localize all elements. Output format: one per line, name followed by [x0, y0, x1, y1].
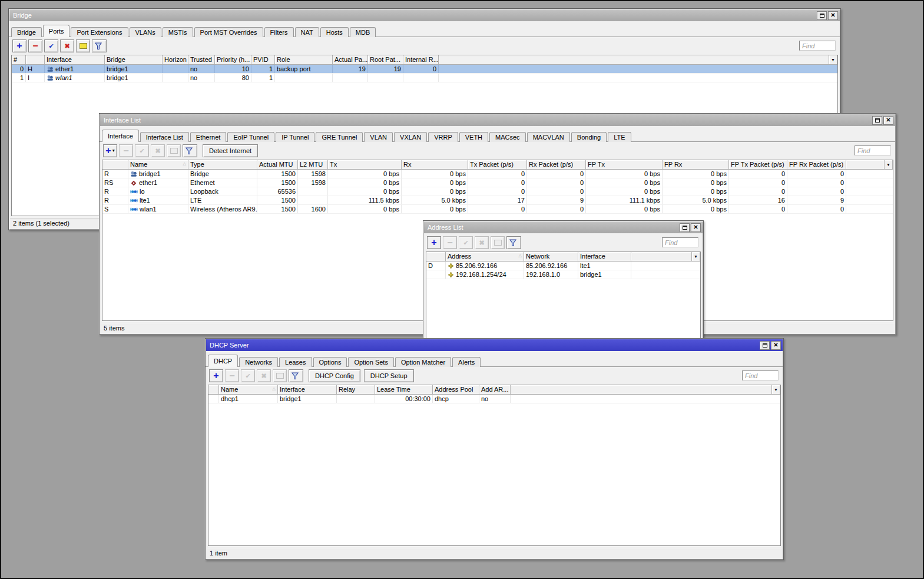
table-row[interactable]: 192.168.1.254/24 192.168.1.0 bridge1	[426, 270, 700, 279]
find-input[interactable]	[855, 145, 891, 155]
dhcp-server-titlebar[interactable]: DHCP Server ✕	[206, 339, 783, 351]
tab-vlans[interactable]: VLANs	[130, 27, 161, 37]
tab-gre-tunnel[interactable]: GRE Tunnel	[316, 132, 363, 142]
tab-vrrp[interactable]: VRRP	[428, 132, 458, 142]
filter-button[interactable]	[92, 39, 107, 52]
detect-internet-button[interactable]: Detect Internet	[203, 144, 258, 157]
tab-option-sets[interactable]: Option Sets	[348, 357, 393, 367]
close-button[interactable]: ✕	[883, 116, 893, 125]
col-fp-rx-packet[interactable]: FP Rx Packet (p/s)	[787, 160, 846, 169]
col-number[interactable]: #	[12, 55, 26, 64]
tab-port-mst-overrides[interactable]: Port MST Overrides	[194, 27, 263, 37]
table-row[interactable]: R lo Loopback 65536 0 bps 0 bps 0 0 0 bp…	[102, 187, 893, 196]
tab-interface[interactable]: Interface	[102, 130, 139, 142]
col-tx[interactable]: Tx	[328, 160, 402, 169]
tab-options[interactable]: Options	[313, 357, 347, 367]
table-row[interactable]: 1 I wlan1 bridge1 no 80 1	[12, 74, 837, 82]
tab-filters[interactable]: Filters	[264, 27, 294, 37]
col-actual-mtu[interactable]: Actual MTU	[257, 160, 298, 169]
disable-button[interactable]: ✖	[151, 144, 165, 157]
col-flags[interactable]	[102, 160, 128, 169]
find-input[interactable]	[662, 237, 698, 247]
col-address[interactable]: Address△	[446, 252, 524, 261]
tab-dhcp[interactable]: DHCP	[208, 355, 238, 367]
col-l2-mtu[interactable]: L2 MTU	[298, 160, 328, 169]
tab-mdb[interactable]: MDB	[350, 27, 376, 37]
enable-button[interactable]: ✔	[135, 144, 149, 157]
col-horizon[interactable]: Horizon	[163, 55, 188, 64]
col-priority[interactable]: Priority (h...	[215, 55, 251, 64]
tab-nat[interactable]: NAT	[295, 27, 319, 37]
tab-macvlan[interactable]: MACVLAN	[527, 132, 570, 142]
col-root-path-cost[interactable]: Root Pat...	[368, 55, 403, 64]
maximize-button[interactable]	[872, 116, 882, 125]
remove-button[interactable]: −	[443, 236, 457, 249]
close-button[interactable]: ✕	[771, 341, 781, 350]
column-menu-button[interactable]: ▼	[772, 385, 780, 394]
tab-ports[interactable]: Ports	[43, 25, 70, 37]
col-flags[interactable]	[26, 55, 45, 64]
tab-macsec[interactable]: MACsec	[489, 132, 526, 142]
disable-button[interactable]: ✖	[257, 369, 271, 382]
table-row[interactable]: R bridge1 Bridge 1500 1598 0 bps 0 bps 0…	[102, 170, 893, 178]
col-flags[interactable]	[208, 385, 219, 394]
find-input[interactable]	[742, 370, 779, 381]
maximize-button[interactable]	[817, 11, 827, 20]
tab-bonding[interactable]: Bonding	[571, 132, 607, 142]
col-actual-path-cost[interactable]: Actual Pa...	[333, 55, 368, 64]
disable-button[interactable]: ✖	[475, 236, 489, 249]
maximize-button[interactable]	[760, 341, 770, 350]
col-address-pool[interactable]: Address Pool	[433, 385, 479, 394]
col-type[interactable]: Type	[188, 160, 257, 169]
disable-button[interactable]: ✖	[60, 39, 74, 52]
col-trusted[interactable]: Trusted	[188, 55, 215, 64]
comment-button[interactable]	[491, 236, 505, 249]
col-relay[interactable]: Relay	[337, 385, 375, 394]
col-tx-packet[interactable]: Tx Packet (p/s)	[468, 160, 527, 169]
tab-mstis[interactable]: MSTIs	[163, 27, 193, 37]
col-rx-packet[interactable]: Rx Packet (p/s)	[527, 160, 586, 169]
col-add-arp[interactable]: Add AR...	[479, 385, 511, 394]
col-rx[interactable]: Rx	[402, 160, 468, 169]
comment-button[interactable]	[76, 39, 90, 52]
dhcp-config-button[interactable]: DHCP Config	[309, 369, 360, 382]
column-menu-button[interactable]: ▼	[692, 252, 700, 261]
col-lease-time[interactable]: Lease Time	[375, 385, 433, 394]
table-row[interactable]: RS ether1 Ethernet 1500 1598 0 bps 0 bps…	[102, 178, 893, 187]
col-name[interactable]: Name△	[219, 385, 278, 394]
tab-interface-list[interactable]: Interface List	[140, 132, 189, 142]
tab-port-extensions[interactable]: Port Extensions	[71, 27, 128, 37]
find-input[interactable]	[799, 41, 836, 51]
filter-button[interactable]	[289, 369, 303, 382]
filter-button[interactable]	[183, 144, 197, 157]
tab-veth[interactable]: VETH	[459, 132, 488, 142]
col-fp-rx[interactable]: FP Rx	[663, 160, 729, 169]
col-network[interactable]: Network	[524, 252, 578, 261]
tab-networks[interactable]: Networks	[239, 357, 278, 367]
table-row[interactable]: S wlan1 Wireless (Atheros AR9... 1500 16…	[102, 205, 893, 214]
add-button[interactable]: +	[12, 39, 27, 52]
dhcp-setup-button[interactable]: DHCP Setup	[364, 369, 414, 382]
col-bridge[interactable]: Bridge	[105, 55, 163, 64]
tab-ethernet[interactable]: Ethernet	[190, 132, 227, 142]
add-button[interactable]: +▾	[103, 144, 117, 157]
tab-vxlan[interactable]: VXLAN	[394, 132, 427, 142]
col-flags[interactable]	[426, 252, 446, 261]
remove-button[interactable]: −	[28, 39, 42, 52]
tab-option-matcher[interactable]: Option Matcher	[395, 357, 451, 367]
table-row[interactable]: dhcp1 bridge1 00:30:00 dhcp no	[208, 395, 780, 403]
add-button[interactable]: +	[209, 369, 223, 382]
enable-button[interactable]: ✔	[459, 236, 473, 249]
maximize-button[interactable]	[680, 223, 690, 232]
col-name[interactable]: Name△	[128, 160, 188, 169]
col-fp-tx[interactable]: FP Tx	[586, 160, 663, 169]
tab-lte[interactable]: LTE	[608, 132, 631, 142]
remove-button[interactable]: −	[119, 144, 133, 157]
table-row[interactable]: R lte1 LTE 1500 111.5 kbps 5.0 kbps 17 9…	[102, 196, 893, 205]
interface-list-titlebar[interactable]: Interface List ✕	[100, 114, 895, 126]
col-interface[interactable]: Interface	[45, 55, 105, 64]
tab-ip-tunnel[interactable]: IP Tunnel	[276, 132, 314, 142]
col-internal-root[interactable]: Internal R...	[403, 55, 439, 64]
tab-vlan[interactable]: VLAN	[364, 132, 393, 142]
column-menu-button[interactable]: ▼	[885, 160, 893, 169]
